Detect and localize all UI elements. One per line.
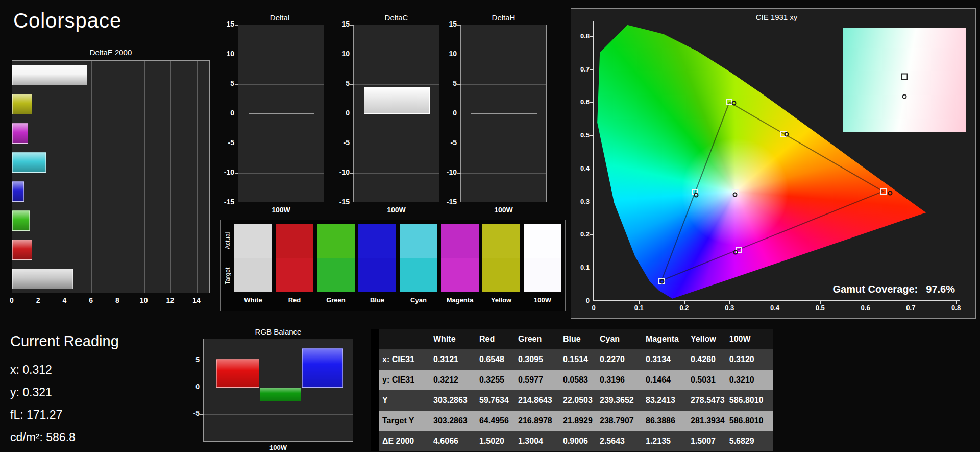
measured-marker-green [731, 101, 736, 105]
x-tick-label: 0.6 [861, 304, 870, 312]
table-cell: 0.3196 [596, 370, 642, 390]
y-tick-label: 0.7 [572, 65, 590, 73]
column-header: Cyan [596, 329, 642, 349]
current-reading-values: x: 0.312y: 0.321fL: 171.27cd/m²: 586.8 [10, 359, 76, 448]
deltac-chart: 151050-5-10-15 [353, 25, 439, 202]
y-tick-label: -5 [180, 409, 200, 417]
cie-1931-panel: CIE 1931 xy 00.10.20.30.40.50.60.70.800.… [571, 8, 976, 319]
tick-mark [235, 114, 238, 114]
gridline [354, 114, 439, 114]
swatch-100w: 100W [524, 224, 561, 304]
y-tick-label: -15 [330, 198, 350, 206]
x-tick-label: 0.4 [770, 304, 779, 312]
row-label: Y [379, 390, 430, 411]
tick-mark [590, 36, 594, 37]
y-tick-label: -15 [215, 198, 234, 206]
deltae-x-tick-label: 10 [140, 296, 148, 304]
table-cell: 0.1514 [559, 349, 596, 370]
measured-marker-white [733, 192, 738, 197]
y-tick-label: -10 [437, 168, 457, 176]
x-tick-label: 0.2 [679, 304, 689, 312]
table-cell: 1.2135 [642, 431, 687, 451]
tick-mark [457, 84, 461, 85]
swatch-actual [482, 224, 520, 258]
y-tick-label: 10 [330, 50, 350, 58]
swatch-actual [234, 224, 272, 258]
table-cell: 238.7907 [596, 411, 642, 431]
table-cell: 0.9006 [559, 431, 596, 451]
gridline [461, 173, 546, 174]
swatch-actual [441, 224, 479, 258]
y-tick-label: 0.4 [572, 164, 590, 172]
swatch-actual [524, 224, 561, 258]
table-cell: 216.8978 [514, 411, 559, 431]
gridline [354, 84, 439, 85]
table-cell: 281.3934 [687, 411, 726, 431]
deltac-chart-title: DeltaC [353, 13, 439, 22]
table-cell: 4.6066 [430, 431, 476, 451]
rgb-balance-title: RGB Balance [203, 327, 353, 336]
swatch-target [276, 258, 313, 292]
tick-mark [235, 25, 238, 26]
swatch-label: Cyan [400, 296, 437, 304]
tick-mark [200, 414, 204, 415]
column-header: Red [476, 329, 514, 349]
table-cell: 1.3004 [514, 431, 559, 451]
row-label: y: CIE31 [379, 370, 430, 390]
table-row: Y303.286359.7634214.864322.0503239.36528… [379, 390, 773, 411]
gridline [204, 414, 353, 415]
x-tick-label: 0 [592, 304, 595, 312]
tick-mark [350, 114, 354, 114]
deltae-bar-green [12, 210, 30, 231]
swatch-red: Red [276, 224, 313, 304]
y-tick-label: 15 [330, 20, 350, 28]
table-cell: 59.7634 [476, 390, 514, 411]
deltae-x-tick-label: 2 [36, 296, 40, 304]
tick-mark [235, 203, 238, 203]
x-tick-label: 0.5 [816, 304, 825, 312]
deltac-x-label: 100W [353, 206, 439, 214]
deltae-bar-magenta [12, 123, 28, 144]
tick-mark [866, 301, 866, 304]
deltae-gridline [39, 61, 39, 293]
table-cell: 5.6829 [726, 431, 773, 451]
y-tick-label: 5 [215, 79, 234, 87]
table-cell: 0.2270 [596, 349, 642, 370]
x-tick-label: 0.1 [634, 304, 644, 312]
column-header: Yellow [687, 329, 726, 349]
deltae-bar-red [12, 240, 32, 260]
tick-mark [235, 173, 238, 174]
gridline [238, 55, 324, 55]
tick-mark [235, 84, 238, 85]
column-header: Magenta [642, 329, 687, 349]
y-tick-label: 0 [437, 109, 457, 117]
y-tick-label: 5 [437, 79, 457, 87]
gridline [238, 144, 324, 144]
swatch-actual [400, 224, 437, 258]
gridline [238, 84, 324, 85]
swatch-target [234, 258, 272, 292]
y-tick-label: -5 [330, 138, 350, 147]
swatch-label: 100W [524, 296, 561, 304]
x-tick-label: 0.8 [951, 304, 961, 312]
swatch-label: Blue [358, 296, 396, 304]
swatch-patches: WhiteRedGreenBlueCyanMagentaYellow100W [234, 224, 561, 304]
swatch-actual [317, 224, 355, 258]
row-label: x: CIE31 [379, 349, 430, 370]
table-cell: 214.8643 [514, 390, 559, 411]
tick-mark [235, 55, 238, 55]
whitepoint-inset [843, 28, 966, 132]
table-cell: 22.0503 [559, 390, 596, 411]
table-cell: 0.3210 [726, 370, 773, 390]
deltae-gridline [197, 61, 198, 293]
tick-mark [590, 102, 594, 103]
swatch-label: White [234, 296, 272, 304]
x-tick-label: 0.3 [725, 304, 734, 312]
swatch-actual [276, 224, 313, 258]
y-tick-label: 0.6 [572, 98, 590, 106]
table-cell: 303.2863 [430, 411, 476, 431]
page-title: Colorspace [13, 9, 121, 32]
swatch-blue: Blue [358, 224, 396, 304]
rgb-bar-blue [302, 348, 343, 388]
y-tick-label: 0 [330, 109, 350, 117]
